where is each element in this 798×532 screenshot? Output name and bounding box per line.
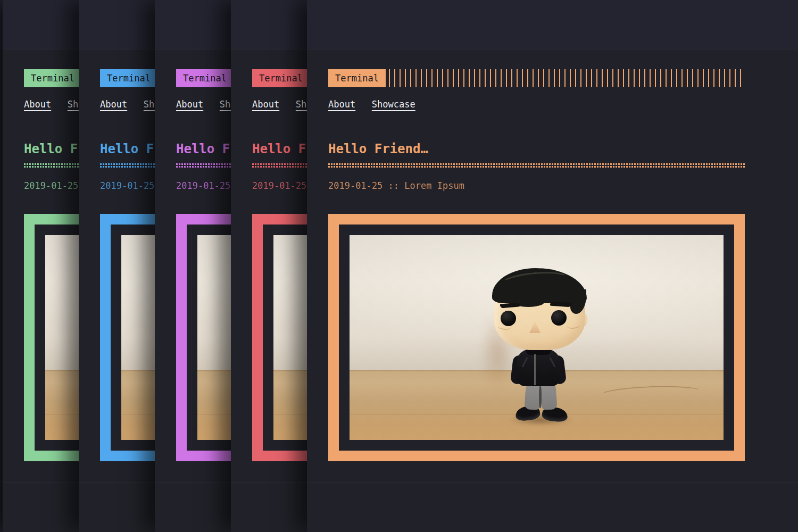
site-logo[interactable]: Terminal	[24, 69, 81, 87]
figure-right-leg	[540, 384, 557, 410]
post-title-underline-dots	[328, 163, 745, 168]
menu-link-about[interactable]: About	[24, 99, 51, 110]
theme-panel-orange: Terminal About Showcase Hello Friend… 20…	[307, 0, 798, 532]
panel-content: Terminal About Showcase Hello Friend… 20…	[307, 49, 798, 483]
figure-head	[494, 268, 585, 350]
site-logo[interactable]: Terminal	[100, 69, 157, 87]
post-meta: 2019-01-25 :: Lorem Ipsum	[328, 181, 464, 190]
logo-stripes-decoration	[389, 69, 745, 87]
site-logo[interactable]: Terminal	[328, 69, 386, 87]
site-header: Terminal	[328, 69, 745, 87]
menu-link-about[interactable]: About	[252, 99, 279, 110]
figure-jacket-zipper	[534, 354, 536, 385]
site-menu: About Showcase	[328, 99, 427, 110]
site-logo[interactable]: Terminal	[252, 69, 310, 87]
menu-link-about[interactable]: About	[328, 99, 355, 110]
menu-link-showcase[interactable]: Showcase	[372, 99, 415, 110]
menu-link-about[interactable]: About	[176, 99, 203, 110]
site-logo[interactable]: Terminal	[176, 69, 234, 87]
figure-leg-gap-shadow	[539, 386, 542, 408]
menu-link-about[interactable]: About	[100, 99, 127, 110]
post-title: Hello Friend…	[328, 142, 428, 156]
funko-pop-photo	[350, 235, 724, 440]
figure-right-eye	[551, 310, 567, 326]
theme-demo-collage: Terminal About Showcase Hello Friend… 20…	[0, 0, 798, 532]
framed-photo	[328, 214, 745, 461]
